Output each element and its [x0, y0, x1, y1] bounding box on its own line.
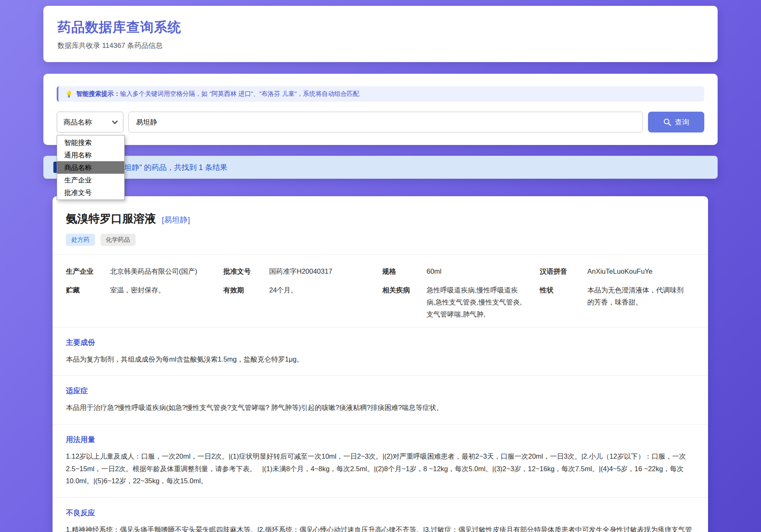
dropdown-option[interactable]: 智能搜索 — [57, 136, 124, 149]
search-icon — [663, 118, 671, 126]
result-banner-text: 坦静" 的药品，共找到 1 条结果 — [124, 162, 227, 172]
drug-info-label: 性状 — [540, 284, 582, 320]
lightbulb-icon: 💡 — [65, 90, 73, 98]
drug-info-label: 规格 — [382, 265, 421, 277]
drug-info-label: 汉语拼音 — [540, 265, 582, 277]
drug-section-title: 不良反应 — [66, 508, 695, 518]
search-tip-label: 智能搜索提示： — [76, 90, 120, 97]
drug-info-value: 国药准字H20040317 — [269, 265, 377, 277]
drug-brand-name: [易坦静] — [162, 215, 190, 225]
drug-info-label: 生产企业 — [66, 265, 104, 277]
drug-section-title: 适应症 — [66, 386, 695, 396]
drug-section: 适应症 本品用于治疗急?慢性呼吸道疾病(如急?慢性支气管炎?支气管哮喘? 肺气肿… — [53, 375, 708, 424]
drug-name: 氨溴特罗口服溶液 — [66, 211, 156, 226]
drug-info-value: 本品为无色澄清液体，代调味剂的芳香，味香甜。 — [588, 284, 695, 320]
drug-info-label: 有效期 — [224, 284, 264, 320]
drug-section-title: 用法用量 — [66, 435, 695, 445]
drug-tag: 化学药品 — [100, 234, 136, 246]
chevron-down-icon — [112, 120, 118, 124]
drug-info-label: 相关疾病 — [382, 284, 421, 320]
drug-detail-card: 氨溴特罗口服溶液 [易坦静] 处方药化学药品 生产企业 北京韩美药品有限公司(国… — [53, 196, 708, 532]
drug-info-value: 北京韩美药品有限公司(国产) — [110, 265, 218, 277]
search-card: 💡 智能搜索提示：输入多个关键词用空格分隔，如 "阿莫西林 进口"、"布洛芬 儿… — [43, 74, 718, 145]
drug-section: 不良反应 1.精神神经系统：偶见头痛手颤嗜睡不安头晕失眠四肢麻木等。|2.循环系… — [53, 497, 708, 532]
query-button[interactable]: 查询 — [648, 112, 704, 132]
drug-info-value: 60ml — [427, 265, 534, 277]
drug-info-value: 急性呼吸道疾病,慢性呼吸道疾病,急性支气管炎,慢性支气管炎,支气管哮喘,肺气肿, — [427, 284, 534, 320]
dropdown-option[interactable]: 通用名称 — [57, 149, 124, 161]
dropdown-option[interactable]: 批准文号 — [57, 186, 124, 199]
drug-info-value: AnXiuTeLuoKouFuYe — [588, 265, 695, 277]
drug-info-value: 24个月。 — [269, 284, 377, 320]
drug-section-title: 主要成份 — [66, 337, 695, 347]
search-field-select[interactable]: 商品名称 — [57, 112, 123, 132]
query-button-label: 查询 — [675, 117, 689, 127]
dropdown-option[interactable]: 生产企业 — [57, 174, 124, 186]
drug-title-row: 氨溴特罗口服溶液 [易坦静] — [53, 211, 708, 226]
drug-info-grid: 生产企业 北京韩美药品有限公司(国产) 批准文号 国药准字H20040317 规… — [53, 254, 708, 327]
result-banner: 坦静" 的药品，共找到 1 条结果 — [43, 156, 718, 179]
page-subtitle: 数据库共收录 114367 条药品信息 — [58, 41, 703, 50]
search-field-select-wrap: 商品名称 智能搜索通用名称商品名称生产企业批准文号 — [57, 112, 123, 132]
drug-section-body: 1.精神神经系统：偶见头痛手颤嗜睡不安头晕失眠四肢麻木等。|2.循环系统：偶见心… — [66, 524, 695, 532]
search-tip-text: 智能搜索提示：输入多个关键词用空格分隔，如 "阿莫西林 进口"、"布洛芬 儿童"… — [76, 90, 359, 98]
drug-section-body: 本品用于治疗急?慢性呼吸道疾病(如急?慢性支气管炎?支气管哮喘? 肺气肿等)引起… — [66, 402, 695, 414]
drug-section: 用法用量 1.12岁以上儿童及成人：口服，一次20ml，一日2次。|(1)症状明… — [53, 424, 708, 497]
drug-section-body: 本品为复方制剂，其组成成份为每ml含盐酸氨溴索1.5mg，盐酸克仑特罗1μg。 — [66, 353, 695, 366]
search-row: 商品名称 智能搜索通用名称商品名称生产企业批准文号 查询 — [57, 112, 704, 132]
drug-info-label: 批准文号 — [224, 265, 264, 277]
search-field-dropdown: 智能搜索通用名称商品名称生产企业批准文号 — [57, 135, 125, 200]
header-card: 药品数据库查询系统 数据库共收录 114367 条药品信息 — [43, 6, 718, 62]
search-input[interactable] — [128, 112, 643, 132]
dropdown-option[interactable]: 商品名称 — [57, 161, 124, 174]
page-title: 药品数据库查询系统 — [58, 18, 703, 37]
drug-info-label: 贮藏 — [66, 284, 104, 320]
drug-tag-row: 处方药化学药品 — [53, 234, 708, 246]
drug-info-value: 室温，密封保存。 — [110, 284, 218, 320]
search-tip-banner: 💡 智能搜索提示：输入多个关键词用空格分隔，如 "阿莫西林 进口"、"布洛芬 儿… — [57, 86, 704, 102]
drug-section-body: 1.12岁以上儿童及成人：口服，一次20ml，一日2次。|(1)症状明显好转后可… — [66, 450, 695, 487]
drug-sections: 主要成份 本品为复方制剂，其组成成份为每ml含盐酸氨溴索1.5mg，盐酸克仑特罗… — [53, 327, 708, 532]
drug-section: 主要成份 本品为复方制剂，其组成成份为每ml含盐酸氨溴索1.5mg，盐酸克仑特罗… — [53, 327, 708, 376]
search-field-selected-value: 商品名称 — [63, 117, 92, 127]
drug-tag: 处方药 — [66, 234, 95, 246]
